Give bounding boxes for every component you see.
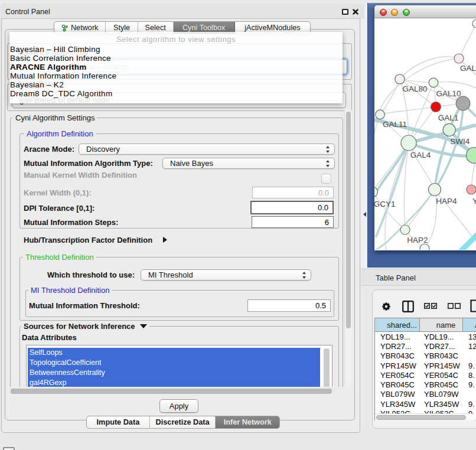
algorithm-dropdown-popup: Select algorithm to view settings Bayesi… [9,32,343,103]
network-node[interactable] [431,102,441,112]
network-node[interactable] [376,110,385,119]
list-item[interactable]: gal4RGexp [28,378,320,387]
split-pane-icon[interactable] [402,301,414,312]
network-icon [61,24,69,32]
settings-hscrollbar-track[interactable] [9,387,346,394]
control-panel-title: Control Panel [5,8,50,16]
network-edge[interactable] [459,24,476,58]
apply-button[interactable]: Apply [159,399,198,413]
tab-label: Impute Data [97,418,140,426]
table-cell: 9. [463,400,476,409]
dpi-tolerance-field[interactable]: 0.0 [250,201,334,214]
settings-vscrollbar-thumb[interactable] [346,112,351,328]
cyni-mode-tab-bar: Impute Data Discretize Data Infer Networ… [86,416,280,429]
network-edge[interactable] [380,107,436,115]
network-node[interactable] [429,78,438,87]
table-hscrollbar-thumb[interactable] [376,415,466,420]
dropdown-item[interactable]: Bayesian – K2 [10,80,337,89]
mac-minimize-button[interactable] [391,9,398,16]
column-header-name[interactable]: name [420,318,463,331]
list-item[interactable]: BetweennessCentrality [28,368,320,378]
dropdown-item[interactable]: Basic Correlation Inference [10,54,337,63]
float-window-icon[interactable] [342,9,348,15]
column-header-attr[interactable]: A [463,318,476,331]
list-item[interactable]: SelfLoops [28,348,320,358]
tab-label: jActiveMNodules [244,24,301,32]
control-panel-titlebar[interactable] [1,4,360,19]
network-canvas[interactable]: GAL7GAL80GAL10GAL1GAL11SWI4GAL4GCY1HAP4Y… [374,18,476,250]
deselect-all-icon[interactable] [448,303,461,309]
sources-group-title: Sources for Network Inference [21,322,149,330]
table-row[interactable]: YLR345WYLR345W9. [375,399,476,409]
dropdown-item[interactable]: Bayesian – Hill Climbing [10,45,337,54]
table-row[interactable]: YPR145WYPR145W9. [375,361,476,370]
tab-discretize-data[interactable]: Discretize Data [150,416,216,428]
table-cell: YDR27... [375,342,420,351]
gear-icon[interactable] [382,302,391,311]
combo-stepper-icon [326,160,330,167]
document-icon[interactable] [470,299,476,312]
mi-steps-label: Mutual Information Steps: [24,218,118,227]
list-scrollbar-thumb[interactable] [324,348,330,387]
select-all-icon[interactable] [424,303,437,309]
settings-hscrollbar-thumb[interactable] [11,389,332,394]
mi-threshold-definition-title: MI Threshold Definition [28,286,112,294]
mac-close-button[interactable] [380,9,387,16]
close-icon[interactable] [353,9,358,15]
table-cell: YBR045C [420,380,463,389]
table-cell: YLR345W [375,400,420,409]
aracne-mode-combo[interactable]: Discovery [79,144,335,155]
network-node[interactable] [401,135,416,151]
table-row[interactable]: YDR27...YDR27...12 [375,341,476,351]
column-header-shared-name[interactable]: shared... [375,318,420,331]
panel-collapse-arrow-icon[interactable] [363,212,366,217]
mac-zoom-button[interactable] [403,9,410,16]
tab-infer-network[interactable]: Infer Network [216,416,279,428]
table-row[interactable]: YBR043CYBR043C [375,351,476,361]
table-hscrollbar-track[interactable] [375,413,475,420]
dropdown-item[interactable]: Dream8 DC_TDC Algorithm [10,89,337,98]
manual-kernel-width-checkbox[interactable] [321,174,331,184]
table-row[interactable]: YDL19...YDL19...13 [375,332,476,341]
mi-algorithm-type-label: Mutual Information Algorithm Type: [24,159,153,168]
minimized-panel-icon[interactable] [3,447,15,450]
network-node[interactable] [472,20,476,28]
table-row[interactable]: YBL079WYBL079W [375,390,476,399]
which-threshold-combo[interactable]: MI Threshold [141,269,311,281]
field-value: 0.0 [318,203,328,212]
list-item[interactable]: TopologicalCoefficient [28,358,320,368]
network-edge[interactable] [456,224,476,250]
mi-threshold-label: Mutual Information Threshold: [29,301,140,310]
node-table[interactable]: shared... name A YDL19...YDL19...13YDR27… [374,318,476,420]
combo-value: MI Threshold [141,270,193,279]
dropdown-item[interactable]: Mutual Information Inference [10,71,337,80]
collapse-arrow-icon[interactable] [140,324,147,328]
network-node[interactable] [429,184,441,196]
network-edge[interactable] [374,143,409,197]
kernel-width-field[interactable]: 0.0 [252,187,334,198]
network-node[interactable] [443,123,455,136]
data-attributes-list[interactable]: SelfLoopsTopologicalCoefficientBetweenne… [26,345,332,387]
settings-vscrollbar-track[interactable] [344,109,351,387]
network-node[interactable] [400,225,410,234]
table-row[interactable]: YBR045CYBR045C9. [375,380,476,389]
tab-impute-data[interactable]: Impute Data [87,416,150,428]
network-node[interactable] [454,54,464,63]
mi-steps-field[interactable]: 6 [252,216,334,228]
dropdown-item[interactable]: ARACNE Algorithm [10,63,337,71]
network-edge[interactable] [376,143,409,237]
network-node[interactable] [456,96,470,110]
expand-arrow-icon[interactable] [163,237,167,243]
network-node[interactable] [395,74,405,84]
network-node[interactable] [467,185,476,194]
network-node[interactable] [420,244,429,250]
panel-splitter[interactable] [360,19,367,268]
mi-algorithm-type-combo[interactable]: Naive Bayes [162,158,335,169]
table-row[interactable]: YER054CYER054C8. [375,370,476,380]
network-window-titlebar[interactable] [374,5,476,18]
combo-value: Discovery [79,145,120,154]
mi-threshold-field[interactable]: 0.5 [247,299,331,312]
manual-kernel-width-label: Manual Kernel Width Definition [24,171,137,180]
network-edge[interactable] [380,79,400,115]
network-node-label: HAP4 [436,197,457,206]
